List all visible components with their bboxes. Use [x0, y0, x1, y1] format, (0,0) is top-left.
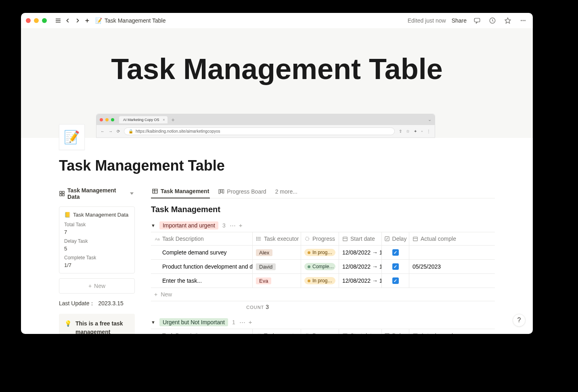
svg-rect-19: [219, 190, 220, 194]
cover-image[interactable]: Task Management Table AI Marketing Copy …: [21, 28, 533, 138]
svg-rect-11: [60, 191, 62, 193]
delay-checkbox[interactable]: ✓: [392, 277, 399, 284]
breadcrumb-title: Task Management Table: [105, 17, 166, 24]
group-toggle-icon[interactable]: ▼: [151, 223, 155, 228]
window-minimize[interactable]: [34, 18, 39, 23]
tab-task-management[interactable]: Task Management: [151, 186, 210, 198]
executor-pill: David: [256, 263, 276, 270]
group-toggle-icon[interactable]: ▼: [151, 320, 155, 325]
back-icon[interactable]: [63, 16, 73, 25]
group-more-icon[interactable]: ⋯: [239, 319, 245, 326]
svg-rect-13: [60, 194, 62, 196]
svg-point-26: [256, 237, 257, 238]
tab-progress-board[interactable]: Progress Board: [217, 186, 267, 198]
group-count: 1: [232, 319, 235, 325]
cover-browser-mockup: AI Marketing Copy OS + ⌄ ←→⟳ 🔒https://ka…: [96, 114, 435, 138]
updates-icon[interactable]: [488, 16, 497, 25]
cover-hero-title: Task Management Table: [111, 52, 443, 85]
status-icon: [304, 333, 310, 334]
group-count-footer: COUNT 3: [151, 301, 495, 313]
list-icon: [256, 333, 262, 334]
window-maximize[interactable]: [42, 18, 47, 23]
executor-pill: Alex: [256, 249, 272, 256]
calendar-icon: [413, 333, 418, 334]
page-icon[interactable]: 📝: [59, 124, 85, 150]
svg-text:Aa: Aa: [155, 237, 160, 241]
svg-marker-15: [130, 192, 134, 195]
add-row-button[interactable]: + New: [151, 288, 495, 301]
page-emoji-icon: 📝: [95, 17, 102, 24]
text-icon: Aa: [154, 236, 160, 242]
table-row[interactable]: Product function development and d David…: [151, 260, 495, 274]
status-icon: [304, 236, 310, 242]
svg-text:Aa: Aa: [155, 334, 160, 334]
chevron-down-icon: [129, 190, 135, 197]
svg-rect-14: [62, 194, 64, 196]
sidebar-new-button[interactable]: + New: [59, 278, 135, 294]
svg-point-27: [256, 238, 257, 239]
new-page-icon[interactable]: [82, 16, 92, 25]
svg-marker-7: [505, 18, 511, 23]
tab-more[interactable]: 2 more...: [274, 186, 298, 198]
svg-point-8: [521, 20, 522, 21]
plus-icon: +: [88, 283, 92, 289]
breadcrumb[interactable]: 📝 Task Management Table: [95, 17, 166, 24]
checkbox-icon: [384, 333, 390, 334]
table-row[interactable]: Enter the task... Eva In prog… 12/08/202…: [151, 274, 495, 288]
group-add-icon[interactable]: +: [239, 222, 243, 229]
delay-checkbox[interactable]: ✓: [392, 249, 399, 256]
svg-rect-12: [62, 191, 64, 193]
list-icon: [256, 236, 262, 242]
svg-rect-33: [413, 237, 418, 241]
help-button[interactable]: ?: [513, 314, 526, 327]
delay-checkbox[interactable]: ✓: [392, 263, 399, 270]
svg-rect-42: [385, 334, 389, 334]
group-count: 3: [222, 222, 226, 229]
svg-rect-5: [474, 18, 480, 22]
plus-icon: +: [154, 291, 157, 298]
svg-rect-16: [153, 189, 157, 193]
more-icon[interactable]: [518, 16, 528, 25]
checkbox-icon: [384, 236, 390, 242]
svg-point-9: [523, 20, 524, 21]
sidebar-stats-card[interactable]: 📒 Task Management Data Total Task 7 Dela…: [59, 206, 135, 273]
board-icon: [218, 188, 224, 195]
svg-point-10: [524, 20, 526, 21]
view-title[interactable]: Task Management: [151, 205, 495, 214]
book-icon: 📒: [64, 212, 71, 218]
group-tag-important-urgent[interactable]: Important and urgent: [159, 221, 218, 229]
group-tag-urgent-not-important[interactable]: Urgent but Not Important: [159, 318, 228, 326]
comments-icon[interactable]: [472, 16, 482, 25]
sidebar-view-selector[interactable]: Task Management Data: [59, 186, 135, 202]
gallery-icon: [59, 190, 65, 197]
page-title[interactable]: Task Management Table: [59, 157, 495, 174]
favorite-icon[interactable]: [503, 16, 513, 25]
svg-point-29: [306, 237, 309, 241]
calendar-icon: [413, 236, 418, 242]
forward-icon[interactable]: [73, 16, 82, 25]
svg-rect-30: [343, 237, 348, 241]
window-close[interactable]: [26, 18, 31, 23]
group-more-icon[interactable]: ⋯: [230, 222, 236, 229]
calendar-icon: [342, 333, 348, 334]
svg-point-28: [256, 240, 257, 240]
group-add-icon[interactable]: +: [249, 319, 252, 326]
callout-block[interactable]: 💡 This is a free task management system.: [59, 314, 135, 334]
table-icon: [152, 188, 158, 194]
sidebar-toggle-icon[interactable]: [53, 16, 63, 25]
bulb-icon: 💡: [65, 319, 71, 334]
svg-rect-21: [222, 190, 224, 193]
svg-rect-20: [221, 190, 222, 192]
edited-status: Edited just now: [408, 17, 446, 24]
text-icon: Aa: [154, 333, 160, 334]
calendar-icon: [342, 236, 348, 242]
last-update-text: Last Update： 2023.3.15: [59, 300, 135, 307]
executor-pill: Eva: [256, 277, 271, 284]
share-button[interactable]: Share: [452, 17, 467, 24]
table-row[interactable]: Complete demand survey Alex In prog… 12/…: [151, 246, 495, 260]
